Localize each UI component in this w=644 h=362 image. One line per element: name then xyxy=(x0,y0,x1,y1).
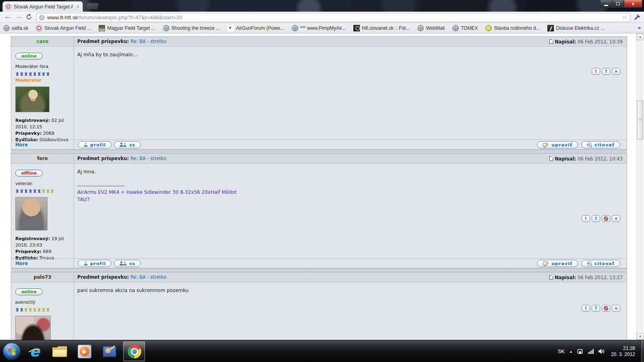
volume-icon[interactable] xyxy=(598,348,605,354)
registered-field: Registrovaný: 02 Júl 2010, 12:15 xyxy=(15,117,74,130)
post-author[interactable]: fero xyxy=(11,154,74,163)
status-button[interactable]: offline xyxy=(15,170,43,177)
taskbar-mediaplayer-button[interactable]: ▶ xyxy=(76,343,93,360)
post-author[interactable]: palo73 xyxy=(11,272,74,282)
scroll-down-icon[interactable]: ▼ xyxy=(637,333,644,340)
user-details: Registrovaný: 19 Júl 2010, 23:03Príspevk… xyxy=(15,236,74,261)
delete-button[interactable]: × xyxy=(612,68,620,75)
rank-star-icon: ♜ xyxy=(33,72,37,77)
quote-button[interactable]: citovať xyxy=(581,141,620,148)
show-desktop-button[interactable] xyxy=(640,340,644,362)
tab-title: Slovak Airgun Field Target A xyxy=(14,4,73,10)
rank-star-icon: ♜ xyxy=(37,307,41,313)
post-text: Aj mna. xyxy=(77,169,623,175)
minimize-button[interactable] xyxy=(600,0,612,8)
moderate-buttons: upraviťcitovať xyxy=(537,141,620,148)
wrench-menu-icon[interactable] xyxy=(634,14,641,23)
bookmark-item[interactable]: Magyar Field Target ... xyxy=(99,25,155,31)
post-text: Aj mňa by to zaujímalo... xyxy=(77,52,623,58)
top-link[interactable]: Hore xyxy=(15,261,28,266)
browser-tab[interactable]: Slovak Airgun Field Target A × xyxy=(2,1,83,12)
address-bar[interactable]: www.ft-hft.sk/forum/viewtopic.php?f=47&t… xyxy=(36,13,630,22)
forward-icon[interactable]: → xyxy=(14,12,22,21)
new-tab-button[interactable] xyxy=(85,3,99,10)
report-button[interactable]: ! xyxy=(582,305,590,312)
subject-label: Predmet príspevku: xyxy=(77,274,129,280)
status-button[interactable]: online xyxy=(15,53,43,60)
profile-button[interactable]: profil xyxy=(78,260,111,267)
taskbar-editor-button[interactable] xyxy=(101,343,118,360)
ban-button[interactable] xyxy=(602,305,610,312)
post-date: Napísal:06 Feb 2012, 13:27 xyxy=(549,272,623,282)
clock[interactable]: 21:26 20. 3. 2012 xyxy=(611,346,635,358)
question-button[interactable]: ? xyxy=(592,215,600,222)
status-button[interactable]: online xyxy=(15,288,43,295)
bookmark-item[interactable]: Diskuse Elektrika.cz ... xyxy=(547,25,605,31)
taskbar-explorer-button[interactable] xyxy=(52,343,68,360)
bookmark-item[interactable]: *** www.PimpMyAir... xyxy=(292,25,346,31)
registered-label: Registrovaný: xyxy=(15,236,50,241)
taskbar-chrome-button[interactable] xyxy=(123,341,145,361)
bookmark-item[interactable]: safta.sk xyxy=(3,25,28,31)
bookmarks-overflow-icon[interactable]: » xyxy=(638,25,641,31)
post-author[interactable]: caco xyxy=(11,37,74,46)
screen: Slovak Airgun Field Target A × x ← → www… xyxy=(0,0,644,362)
delete-button[interactable]: × xyxy=(612,215,620,222)
ban-button[interactable] xyxy=(602,215,610,222)
bookmark-item[interactable]: Shooting the breeze ... xyxy=(163,25,220,31)
pm-button[interactable]: ss xyxy=(114,141,141,148)
subject-label: Predmet príspevku: xyxy=(77,39,129,44)
url-text[interactable]: www.ft-hft.sk/forum/viewtopic.php?f=47&t… xyxy=(47,14,620,21)
reload-icon[interactable] xyxy=(26,14,32,22)
question-button[interactable]: ? xyxy=(602,68,610,75)
scroll-up-icon[interactable]: ▲ xyxy=(637,33,644,40)
action-center-icon[interactable] xyxy=(577,349,584,354)
bookmark-item[interactable]: Slovak Airgun Field ... xyxy=(36,25,91,31)
subject-link[interactable]: Re: BA - stretko xyxy=(130,156,166,161)
scrollbar-thumb[interactable] xyxy=(637,101,643,140)
quote-button[interactable]: citovať xyxy=(581,260,620,267)
pm-button[interactable]: ss xyxy=(114,260,141,267)
report-button[interactable]: ! xyxy=(592,68,600,75)
url-path: /forum/viewtopic.php?f=47&t=486&start=20 xyxy=(78,14,182,21)
scrollbar[interactable]: ▲ ▼ xyxy=(636,33,643,340)
rank-star-icon: ♜ xyxy=(24,72,29,77)
bookmark-label: Stavba rodinného d... xyxy=(494,25,540,31)
bookmark-star-icon[interactable]: ☆ xyxy=(622,14,627,21)
post-date: Napísal:06 Feb 2012, 10:43 xyxy=(549,154,623,164)
start-button[interactable] xyxy=(3,343,20,360)
back-icon[interactable]: ← xyxy=(4,12,12,21)
subject-link[interactable]: Re: BA - stretko xyxy=(130,39,166,44)
question-button[interactable]: ? xyxy=(592,305,600,312)
subject-link[interactable]: Re: BA - stretko xyxy=(130,274,166,280)
bookmark-item[interactable]: Stavba rodinného d... xyxy=(485,25,540,31)
tray-expand-icon[interactable]: ▲ xyxy=(569,350,573,354)
post-header: palo73Predmet príspevku:Re: BA - stretko… xyxy=(11,272,627,282)
bookmark-item[interactable]: WebMail xyxy=(417,25,444,31)
post-date-value: 06 Feb 2012, 13:27 xyxy=(578,275,623,280)
language-indicator[interactable]: SK xyxy=(558,348,565,354)
bookmark-item[interactable]: TOMEX xyxy=(452,25,478,31)
registered-label: Registrovaný: xyxy=(15,118,50,123)
bookmark-item[interactable]: hifi.slovanet.sk :: Fór... xyxy=(353,25,410,31)
post-subject-cell: Predmet príspevku:Re: BA - stretko xyxy=(74,154,627,163)
bookmark-item[interactable]: AirGunForum (Powe... xyxy=(227,25,284,31)
bookmark-label: TOMEX xyxy=(461,25,478,31)
top-link[interactable]: Hore xyxy=(15,142,28,148)
edit-button[interactable]: upraviť xyxy=(537,141,578,148)
report-button[interactable]: ! xyxy=(582,215,590,222)
network-icon[interactable] xyxy=(588,349,594,354)
close-button[interactable]: x xyxy=(624,0,642,8)
profile-button[interactable]: profil xyxy=(78,141,111,148)
rank-star-icon: ♜ xyxy=(15,72,20,77)
tab-close-icon[interactable]: × xyxy=(75,4,80,9)
edit-button[interactable]: upraviť xyxy=(537,260,578,267)
rank-star-icon: ♜ xyxy=(29,189,33,194)
rank-star-icon: ♜ xyxy=(29,307,33,313)
url-host: www.ft-hft.sk xyxy=(47,14,78,21)
rank-star-icon: ♜ xyxy=(20,72,24,77)
delete-button[interactable]: × xyxy=(612,305,620,312)
taskbar-ie-button[interactable]: e xyxy=(27,343,43,360)
rank-star-icon: ♜ xyxy=(33,189,37,194)
restore-button[interactable] xyxy=(612,0,624,8)
